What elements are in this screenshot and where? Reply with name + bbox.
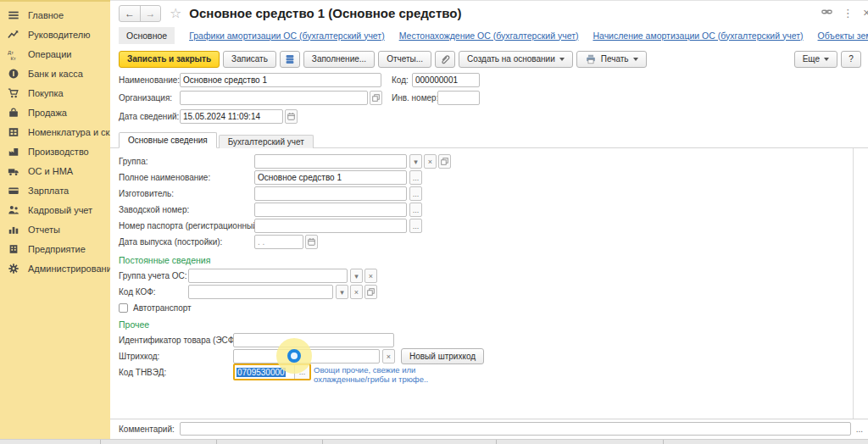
organization-input[interactable] — [180, 91, 368, 105]
save-close-button[interactable]: Записать и закрыть — [119, 51, 220, 68]
sidebar-item-os-i-nma[interactable]: ОС и НМА — [0, 161, 110, 180]
barcode-input[interactable] — [233, 349, 380, 364]
sidebar-item-bank-i-kassa[interactable]: Банк и касса — [0, 64, 110, 83]
os-group-clear-icon[interactable]: × — [364, 269, 377, 283]
release-date-input[interactable] — [254, 235, 303, 249]
os-group-input[interactable] — [188, 269, 348, 283]
tnved-field-group: 0709530000 ... — [233, 364, 311, 380]
manufacturer-input[interactable] — [254, 186, 407, 201]
sidebar-item-label: Главное — [28, 10, 64, 20]
reports-button[interactable]: Отчеты... — [378, 51, 431, 68]
sidebar-item-label: Администрирование — [28, 264, 117, 274]
print-button[interactable]: Печать — [576, 51, 647, 68]
full-name-choose-button[interactable]: ... — [409, 170, 422, 185]
name-input[interactable] — [180, 73, 381, 87]
inventory-number-input[interactable] — [437, 91, 480, 105]
barcode-clear-icon[interactable]: × — [382, 349, 395, 364]
factory-number-choose-button[interactable]: ... — [409, 203, 422, 217]
tab-buhgalterskij-uchet[interactable]: Бухгалтерский учет — [219, 135, 314, 148]
sidebar-item-nomenklatura[interactable]: Номенклатура и склад — [0, 122, 110, 142]
tab-grafiki-amortizacii[interactable]: Графики амортизации ОС (бухгалтерский уч… — [189, 31, 385, 41]
name-label: Наименование: — [119, 75, 180, 85]
os-group-row: Группа учета ОС: ▾ × — [119, 269, 868, 285]
forward-button[interactable]: → — [140, 6, 160, 21]
comment-row: Комментарий: ... — [110, 419, 868, 439]
tnved-input[interactable]: 0709530000 — [235, 365, 294, 379]
code-input[interactable] — [412, 73, 480, 87]
svg-text:Дт: Дт — [8, 48, 14, 54]
section-other: Прочее — [119, 319, 868, 330]
group-open-icon[interactable] — [438, 154, 451, 169]
auto-transport-checkbox[interactable]: Автотранспорт — [119, 301, 868, 315]
organization-label: Организация: — [119, 93, 172, 103]
tnved-choose-button[interactable]: ... — [294, 365, 309, 379]
sidebar-item-administrirovanie[interactable]: Администрирование — [0, 258, 110, 278]
save-button[interactable]: Записать — [223, 51, 276, 68]
main-panel: ← → ☆ Основное средство 1 (Основное сред… — [110, 0, 868, 439]
sidebar-item-pokupka[interactable]: Покупка — [0, 83, 110, 103]
group-clear-icon[interactable]: × — [424, 154, 437, 169]
release-date-label: Дата выпуска (постройки): — [119, 237, 222, 247]
sidebar-item-zarplata[interactable]: Зарплата — [0, 180, 110, 200]
new-barcode-button[interactable]: Новый штрихкод — [401, 348, 484, 364]
favorite-star-icon[interactable]: ☆ — [170, 5, 181, 21]
more-menu-icon[interactable]: ⋮ — [843, 7, 854, 19]
open-organization-button[interactable] — [370, 91, 382, 105]
release-date-row: Дата выпуска (постройки): — [119, 235, 868, 251]
sidebar-item-operacii[interactable]: ДтКт Операции — [0, 44, 110, 64]
tab-obekty-naloga[interactable]: Объекты земельного налога — [818, 31, 868, 41]
passport-number-choose-button[interactable]: ... — [409, 219, 422, 233]
create-based-on-button[interactable]: Создать на основании — [459, 51, 573, 68]
manufacturer-choose-button[interactable]: ... — [409, 186, 422, 201]
bag-icon — [7, 106, 20, 119]
attachments-button[interactable] — [435, 51, 455, 68]
esf-input[interactable] — [233, 333, 394, 347]
calendar-icon[interactable] — [305, 235, 318, 249]
close-icon[interactable]: ✕ — [863, 8, 868, 19]
kof-dropdown-icon[interactable]: ▾ — [336, 285, 348, 299]
full-name-label: Полное наименование: — [119, 173, 210, 182]
tab-osnovnoe[interactable]: Основное — [119, 27, 175, 44]
sidebar-item-label: Предприятие — [28, 244, 86, 254]
kof-input[interactable] — [188, 285, 333, 299]
help-button[interactable]: ? — [841, 51, 861, 68]
tab-osnovnye-svedeniya[interactable]: Основные сведения — [119, 132, 217, 148]
calendar-icon[interactable] — [285, 109, 298, 124]
sidebar-item-prodazha[interactable]: Продажа — [0, 103, 110, 122]
register-records-button[interactable] — [280, 51, 300, 68]
status-bar — [0, 439, 868, 444]
comment-input[interactable] — [180, 422, 851, 436]
sidebar-item-kadrovyj-uchet[interactable]: Кадровый учет — [0, 200, 110, 219]
barcode-row: Штрихкод: × Новый штрихкод — [119, 349, 868, 365]
os-group-dropdown-icon[interactable]: ▾ — [350, 269, 363, 283]
printer-icon — [585, 53, 597, 65]
factory-number-row: Заводской номер: ... — [119, 203, 868, 219]
passport-number-input[interactable] — [254, 219, 407, 233]
link-icon[interactable] — [821, 6, 833, 21]
sidebar-item-predpriyatie[interactable]: Предприятие — [0, 239, 110, 258]
status-divider — [100, 440, 101, 444]
trend-icon — [7, 28, 20, 42]
back-button[interactable]: ← — [120, 6, 140, 21]
info-date-row: Дата сведений: — [119, 109, 868, 126]
status-divider — [216, 440, 217, 444]
group-input[interactable] — [254, 154, 407, 169]
full-name-input[interactable] — [254, 170, 407, 185]
fill-button[interactable]: Заполнение... — [303, 51, 375, 68]
more-button[interactable]: Еще — [794, 51, 837, 68]
sidebar-item-label: Банк и касса — [28, 69, 83, 79]
kof-open-icon[interactable] — [364, 285, 377, 299]
sidebar-item-proizvodstvo[interactable]: Производство — [0, 142, 110, 161]
factory-number-input[interactable] — [254, 203, 407, 217]
tab-page-main-info: Группа: ▾ × Полное наименование: ... Изг… — [110, 147, 868, 419]
sidebar-item-otchety[interactable]: Отчеты — [0, 219, 110, 239]
tab-mestonahozhdenie[interactable]: Местонахождение ОС (бухгалтерский учет) — [399, 31, 579, 41]
tab-nachislenie-amortizacii[interactable]: Начисление амортизации ОС (бухгалтерский… — [593, 31, 803, 41]
inventory-number-label: Инв. номер: — [392, 93, 438, 103]
group-dropdown-icon[interactable]: ▾ — [409, 154, 422, 169]
kof-clear-icon[interactable]: × — [350, 285, 363, 299]
comment-expand-button[interactable]: ... — [856, 425, 863, 434]
info-date-input[interactable] — [180, 109, 283, 124]
sidebar-item-rukovoditelyu[interactable]: Руководителю — [0, 25, 110, 44]
sidebar-item-glavnoe[interactable]: Главное — [0, 5, 110, 25]
